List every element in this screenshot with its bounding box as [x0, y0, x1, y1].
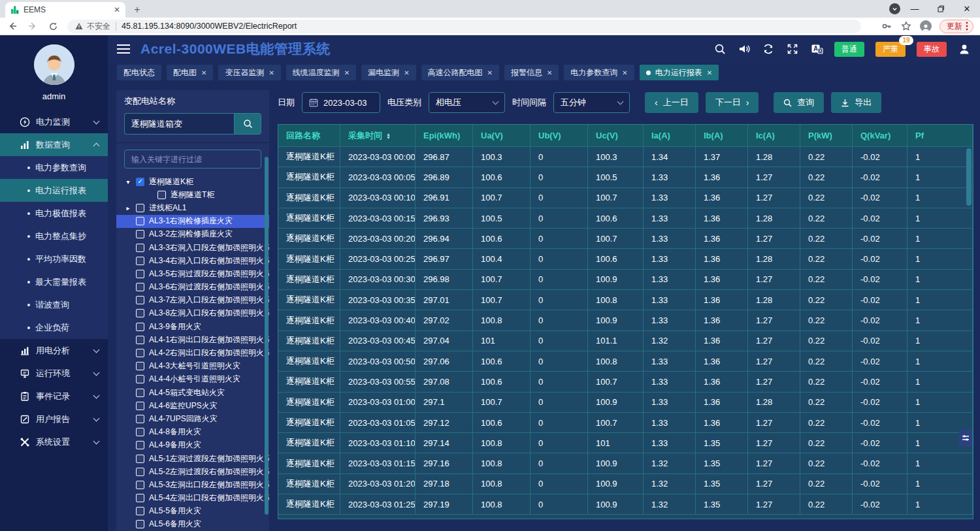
- tree-item[interactable]: AL4-4小桩号引道照明火灾: [116, 373, 269, 386]
- tab-close-icon[interactable]: [487, 69, 493, 76]
- window-restore-button[interactable]: [928, 0, 954, 18]
- sidebar-item-electricity-analysis[interactable]: 用电分析: [0, 339, 108, 362]
- sidebar-item-power-extreme-report[interactable]: 电力极值报表: [0, 202, 108, 225]
- tree-item[interactable]: AL3-2左洞检修插座火灾: [116, 228, 269, 241]
- tree-item[interactable]: ▾ 逐桐隧道K柜: [116, 175, 269, 188]
- tree-item[interactable]: AL5-1左洞过渡段左侧加强照明火灾: [116, 452, 269, 465]
- sidebar-item-enterprise-load[interactable]: 企业负荷: [0, 316, 108, 339]
- tree-caret-icon[interactable]: ▾: [125, 178, 131, 185]
- tree-checkbox[interactable]: [136, 323, 144, 331]
- bookmark-star-icon[interactable]: [900, 20, 912, 32]
- table-row[interactable]: 逐桐隧道K柜 2023-03-03 00:40 297.02 100.8 0 1…: [278, 310, 973, 330]
- tree-checkbox[interactable]: [136, 217, 144, 225]
- table-row[interactable]: 逐桐隧道K柜 2023-03-03 00:45 297.04 101 0 101…: [278, 330, 973, 351]
- page-tab[interactable]: 电力参数查询: [564, 65, 634, 80]
- tree-filter-field[interactable]: [124, 150, 261, 169]
- menu-toggle-icon[interactable]: [117, 44, 130, 54]
- sidebar-item-operating-environment[interactable]: 运行环境: [0, 362, 108, 385]
- tree-item[interactable]: AL3-7左洞入口段左侧加强照明火灾: [116, 294, 269, 307]
- voltage-type-select[interactable]: 相电压: [429, 92, 505, 113]
- table-header-cell[interactable]: Ic(A) ▲▼: [748, 125, 800, 146]
- table-row[interactable]: 逐桐隧道K柜 2023-03-03 00:50 297.06 100.6 0 1…: [278, 351, 973, 371]
- tree-item[interactable]: AL3-6右洞过渡段右侧加强照明火灾: [116, 281, 269, 294]
- table-row[interactable]: 逐桐隧道K柜 2023-03-03 01:15 297.16 100.8 0 1…: [278, 453, 973, 473]
- browser-update-button[interactable]: 更新: [939, 20, 973, 33]
- tab-close-icon[interactable]: ✕: [114, 5, 120, 14]
- browser-update-icon[interactable]: [889, 3, 900, 14]
- tree-filter-input[interactable]: [131, 155, 254, 164]
- table-header-cell[interactable]: Ia(A) ▲▼: [644, 125, 696, 146]
- table-row[interactable]: 逐桐隧道K柜 2023-03-03 01:00 297.1 100.7 0 10…: [278, 392, 973, 412]
- tree-checkbox[interactable]: [157, 191, 166, 199]
- tree-checkbox[interactable]: [136, 204, 144, 212]
- sidebar-item-power-operation-report[interactable]: 电力运行报表: [0, 179, 108, 202]
- table-settings-toggle[interactable]: [959, 430, 972, 447]
- prev-day-button[interactable]: ‹上一日: [645, 92, 698, 113]
- tree-item[interactable]: AL4-9备用火灾: [116, 439, 269, 452]
- tree-item[interactable]: AL4-3大桩号引道照明火灾: [116, 360, 269, 373]
- table-row[interactable]: 逐桐隧道K柜 2023-03-03 00:05 296.89 100.6 0 1…: [278, 167, 973, 187]
- tree-checkbox[interactable]: [136, 494, 144, 502]
- page-tab[interactable]: 配电状态: [117, 65, 161, 80]
- tree-item[interactable]: AL5-2左洞过渡段右侧加强照明火灾: [116, 465, 269, 478]
- sidebar-item-system-settings[interactable]: 系统设置: [0, 430, 108, 453]
- window-minimize-button[interactable]: —: [902, 0, 928, 18]
- back-icon[interactable]: [7, 20, 18, 32]
- tree-item[interactable]: AL4-7UPS回路火灾: [116, 412, 269, 425]
- export-button[interactable]: 导出: [831, 92, 881, 113]
- tree-item[interactable]: 逐桐隧道T柜: [116, 188, 269, 201]
- tree-checkbox[interactable]: [136, 283, 144, 291]
- tree-checkbox[interactable]: [136, 178, 144, 186]
- tab-close-icon[interactable]: [547, 69, 552, 76]
- tree-checkbox[interactable]: [136, 362, 144, 370]
- tree-checkbox[interactable]: [136, 520, 144, 528]
- table-row[interactable]: 逐桐隧道K柜 2023-03-03 00:00 296.87 100.3 0 1…: [278, 146, 973, 167]
- table-row[interactable]: 逐桐隧道K柜 2023-03-03 01:05 297.12 100.6 0 1…: [278, 412, 973, 432]
- alarm-badge-accident[interactable]: 事故: [917, 42, 947, 57]
- sidebar-item-harmonic-query[interactable]: 谐波查询: [0, 293, 108, 316]
- tab-close-icon[interactable]: [622, 69, 627, 76]
- tree-checkbox[interactable]: [136, 336, 144, 344]
- search-icon[interactable]: [713, 42, 727, 56]
- next-day-button[interactable]: 下一日›: [706, 92, 759, 113]
- tree-item[interactable]: ▸ 进线柜AL1: [116, 201, 269, 214]
- browser-profile-avatar[interactable]: [920, 20, 932, 32]
- table-header-cell[interactable]: Q(kVar) ▲▼: [853, 125, 907, 146]
- table-header-cell[interactable]: Pf ▲▼: [907, 125, 973, 146]
- tab-close-icon[interactable]: [201, 69, 206, 76]
- security-warning[interactable]: 不安全: [75, 21, 110, 32]
- tree-item[interactable]: AL4-2右洞出口段右侧加强照明火灾: [116, 346, 269, 359]
- tree-checkbox[interactable]: [136, 230, 144, 238]
- tree-item[interactable]: AL4-8备用火灾: [116, 426, 269, 439]
- tree-item[interactable]: AL5-5备用火灾: [116, 505, 269, 518]
- tree-checkbox[interactable]: [136, 441, 144, 449]
- tree-checkbox[interactable]: [136, 244, 144, 252]
- alarm-badge-severe[interactable]: 严重 19: [875, 42, 906, 57]
- table-header-cell[interactable]: 采集时间 ▲▼: [340, 125, 416, 146]
- tree-scrollbar[interactable]: [265, 157, 269, 515]
- table-row[interactable]: 逐桐隧道K柜 2023-03-03 00:30 296.98 100.7 0 1…: [278, 269, 973, 289]
- table-row[interactable]: 逐桐隧道K柜 2023-03-03 01:20 297.18 100.8 0 1…: [278, 474, 973, 494]
- user-icon[interactable]: [958, 42, 971, 56]
- table-header-cell[interactable]: Ua(V) ▲▼: [473, 125, 531, 146]
- sidebar-item-user-reports[interactable]: 用户报告: [0, 408, 108, 430]
- browser-tab[interactable]: EEMS ✕: [5, 2, 125, 18]
- tree-item[interactable]: AL3-9备用火灾: [116, 320, 269, 333]
- table-header-cell[interactable]: Ib(A) ▲▼: [696, 125, 748, 146]
- tree-checkbox[interactable]: [136, 428, 144, 436]
- page-tab[interactable]: 配电图: [167, 65, 213, 80]
- refresh-icon[interactable]: [47, 20, 59, 32]
- sidebar-item-average-power-factor[interactable]: 平均功率因数: [0, 248, 108, 270]
- tree-item[interactable]: AL5-6备用火灾: [116, 518, 269, 531]
- tree-checkbox[interactable]: [136, 415, 144, 423]
- tree-checkbox[interactable]: [136, 349, 144, 357]
- tree-checkbox[interactable]: [136, 402, 144, 410]
- sidebar-item-data-query[interactable]: 数据查询: [0, 133, 108, 156]
- tree-checkbox[interactable]: [136, 389, 144, 397]
- station-search-input[interactable]: [124, 113, 234, 135]
- table-header-cell[interactable]: Ub(V) ▲▼: [531, 125, 588, 146]
- page-tab[interactable]: 线缆温度监测: [286, 65, 356, 80]
- tab-close-icon[interactable]: [404, 69, 409, 76]
- new-tab-button[interactable]: +: [131, 3, 144, 16]
- password-key-icon[interactable]: [881, 20, 892, 32]
